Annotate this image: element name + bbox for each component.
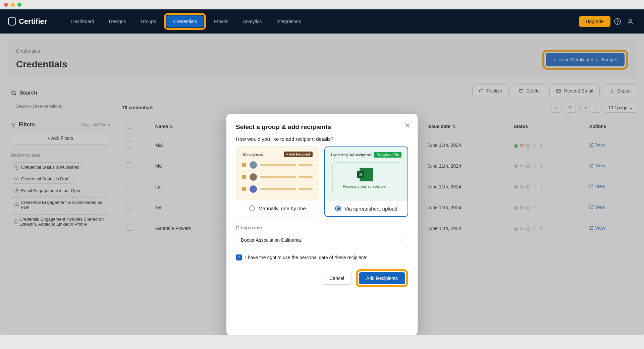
group-name-label: Group name [236,225,408,230]
consent-checkbox[interactable]: ✓ [236,254,242,260]
minimize-window-dot[interactable] [11,3,15,7]
modal-subtitle: How would you like to add recipient deta… [236,136,408,142]
window-titlebar [0,0,644,9]
user-icon[interactable] [625,16,636,27]
close-icon[interactable]: ✕ [405,121,410,129]
nav-dashboard[interactable]: Dashboard [64,15,101,27]
app-name: Certifier [19,17,47,26]
nav-emails[interactable]: Emails [207,15,235,27]
add-recipients-button[interactable]: Add Recipients [359,272,405,284]
chevron-down-icon: ⌄ [399,237,403,243]
cancel-button[interactable]: Cancel [322,272,352,285]
add-recipients-modal: ✕ Select a group & add recipients How wo… [226,114,418,335]
modal-overlay[interactable]: ✕ Select a group & add recipients How wo… [0,34,644,335]
nav-designs[interactable]: Designs [102,15,133,27]
svg-point-1 [617,23,618,23]
nav-analytics[interactable]: Analytics [236,15,268,27]
consent-row[interactable]: ✓ I have the right to use the personal d… [236,254,408,260]
close-window-dot[interactable] [4,3,8,7]
svg-point-0 [614,18,621,24]
consent-label: I have the right to use the personal dat… [245,255,367,260]
app-logo[interactable]: Certifier [8,17,47,26]
nav-credentials-highlight: Credentials [164,13,206,30]
modal-title: Select a group & add recipients [236,123,408,131]
top-nav: Certifier Dashboard Designs Groups Crede… [0,9,644,34]
svg-point-2 [629,19,631,21]
radio-icon [249,205,255,211]
nav-integrations[interactable]: Integrations [270,15,308,27]
excel-icon [360,168,373,181]
nav-groups[interactable]: Groups [134,15,163,27]
option-manual[interactable]: 10 recipients+ Add Recipient Manually, o… [236,147,319,217]
maximize-window-dot[interactable] [17,3,21,7]
sheet-preview: Uploading 342 recipientsRe-Upload File P… [325,147,408,201]
upgrade-button[interactable]: Upgrade [579,16,610,27]
radio-icon [335,206,341,212]
option-spreadsheet[interactable]: Uploading 342 recipientsRe-Upload File P… [324,147,408,217]
add-recipients-highlight: Add Recipients [356,269,408,287]
help-icon[interactable] [612,16,623,27]
manual-preview: 10 recipients+ Add Recipient [236,147,319,200]
nav-credentials[interactable]: Credentials [166,15,204,27]
group-name-select[interactable]: Doctor Association California ⌄ [236,233,408,247]
logo-icon [8,17,16,25]
